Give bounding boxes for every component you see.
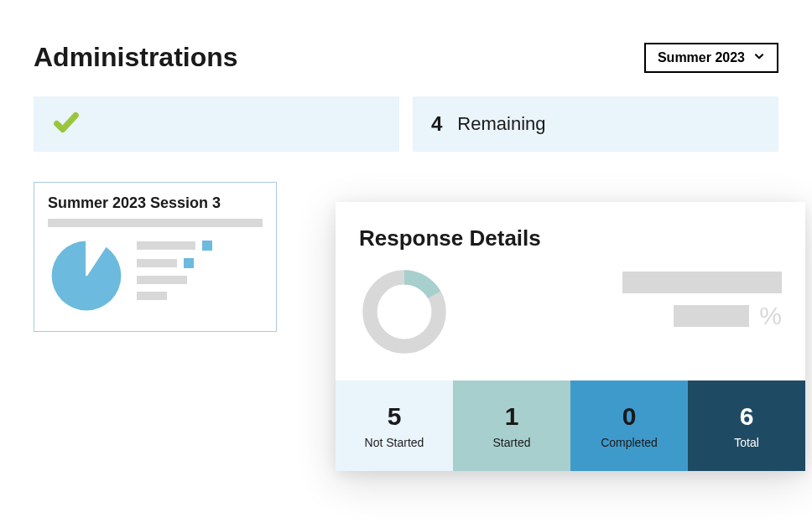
details-title: Response Details xyxy=(359,225,782,251)
remaining-label: Remaining xyxy=(457,113,545,135)
completed-label: Completed xyxy=(601,436,658,449)
check-icon xyxy=(52,108,81,140)
legend-row xyxy=(137,241,263,251)
skeleton-line xyxy=(674,305,749,327)
legend-swatch-icon xyxy=(184,258,194,268)
donut-chart-icon xyxy=(359,267,450,357)
session-card[interactable]: Summer 2023 Session 3 xyxy=(34,182,277,332)
total-count: 6 xyxy=(740,402,754,431)
response-details-card: Response Details % xyxy=(336,202,805,471)
legend-swatch-icon xyxy=(202,241,212,251)
legend xyxy=(137,237,263,314)
legend-row xyxy=(137,276,263,284)
status-tiles: 5 Not Started 1 Started 0 Completed 6 To… xyxy=(336,380,805,471)
period-dropdown[interactable]: Summer 2023 xyxy=(644,43,778,73)
stat-card-remaining[interactable]: 4 Remaining xyxy=(413,96,778,152)
legend-row xyxy=(137,258,263,268)
session-title: Summer 2023 Session 3 xyxy=(48,194,263,212)
tile-completed[interactable]: 0 Completed xyxy=(570,380,688,471)
not-started-count: 5 xyxy=(388,402,402,431)
started-label: Started xyxy=(492,436,530,449)
skeleton-line xyxy=(137,259,177,267)
page-title: Administrations xyxy=(34,42,238,73)
percent-sign: % xyxy=(759,302,782,330)
started-count: 1 xyxy=(505,402,519,431)
tile-not-started[interactable]: 5 Not Started xyxy=(336,380,453,471)
skeleton-line xyxy=(622,272,782,293)
percent-placeholder: % xyxy=(622,267,782,330)
completed-count: 0 xyxy=(622,402,637,431)
stat-card-completed[interactable] xyxy=(34,96,399,152)
chevron-down-icon xyxy=(753,50,765,65)
skeleton-line xyxy=(48,219,263,227)
skeleton-line xyxy=(137,292,167,300)
not-started-label: Not Started xyxy=(365,436,424,449)
tile-started[interactable]: 1 Started xyxy=(453,380,570,471)
total-label: Total xyxy=(734,436,759,449)
pie-chart-icon xyxy=(48,237,125,314)
skeleton-line xyxy=(137,241,195,250)
remaining-count: 4 xyxy=(431,112,442,136)
skeleton-line xyxy=(137,276,187,284)
tile-total[interactable]: 6 Total xyxy=(688,380,805,471)
legend-row xyxy=(137,292,263,300)
period-label: Summer 2023 xyxy=(658,50,745,65)
